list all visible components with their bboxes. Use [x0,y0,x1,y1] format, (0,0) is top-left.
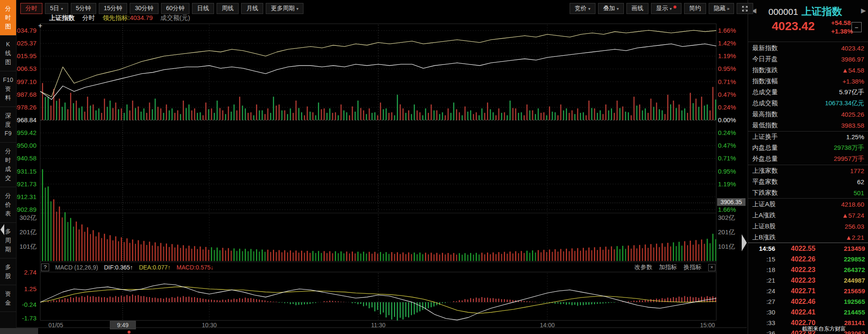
sidebar-item-label: 时 [0,156,16,165]
tick-price: 4022.41 [775,309,831,316]
fullscreen-button[interactable] [737,3,753,14]
button-显示[interactable]: 显示▾ [651,3,682,14]
percent-axis-label: 0.47% [718,142,743,149]
tab-60分钟[interactable]: 60分钟 [161,3,190,14]
stat-label: 指数涨跌 [752,66,778,74]
tab-30分钟[interactable]: 30分钟 [130,3,159,14]
time-axis-label: 11:30 [371,322,386,328]
stat-value: +1.38% [843,78,864,85]
bottom-scrollbar-stub[interactable] [0,328,38,334]
stat-label: 上B涨跌 [752,233,776,241]
tab-15分钟[interactable]: 15分钟 [99,3,128,14]
app-window: 分时图K线图F10资料深度F9分时成交分价表多周期多股资金 分时5日▾5分钟15… [0,0,868,334]
sidebar-item-label: 多 [0,263,16,272]
percent-axis-label: 0.95% [718,65,743,72]
tick-row[interactable]: :244022.71215659 [748,286,868,296]
percent-axis-label: 1.66% [718,206,743,213]
tab-更多周期[interactable]: 更多周期▾ [266,3,303,14]
tab-日线[interactable]: 日线 [192,3,214,14]
sidebar-item-label: 料 [0,93,16,102]
tick-row[interactable]: :274022.46192565 [748,296,868,307]
stat-value: 501 [854,189,864,196]
legend-amount-label: 成交额(元) [160,14,190,22]
sidebar-item-fenshi-chart[interactable]: 分时图 [0,0,16,36]
stat-label: 上证A股 [752,200,776,208]
tick-time: 14:56 [751,245,775,252]
crosshair-cursor-icon: + [38,22,42,30]
tab-周线[interactable]: 周线 [217,3,239,14]
sidebar-item-label: 度 [0,120,16,129]
tick-row[interactable]: :214022.23244987 [748,275,868,286]
stat-value: 29957万手 [834,155,864,163]
volume-axis-label-right: 201亿 [718,228,743,236]
tick-list[interactable]: 14:564022.55213459:154022.26229852:18402… [748,242,868,334]
button-竞价[interactable]: 竞价▾ [570,3,595,14]
chevron-down-icon: ▾ [296,6,298,11]
stat-label: 外盘总量 [752,155,778,163]
volume-axis-label-right: 101亿 [718,243,743,251]
crosshair-time-badge: 9:49 [110,321,136,329]
macd-header: ? MACD (12,26,9) DIF:0.365↑ DEA:0.077↑ M… [41,263,715,272]
tick-price: 4022.71 [775,287,831,295]
tick-row[interactable]: 14:564022.55213459 [748,243,868,254]
sidebar-item-funds[interactable]: 资金 [0,285,16,312]
tick-price: 4022.23 [775,277,831,284]
tick-row[interactable]: :304022.41214455 [748,307,868,317]
sidebar-item-label: 价 [0,200,16,209]
macd-action-加指标[interactable]: 加指标 [659,264,677,271]
volume-axis-label-right: 302亿 [718,214,743,222]
tab-5日[interactable]: 5日▾ [45,3,68,14]
button-叠加[interactable]: 叠加▾ [598,3,624,14]
tick-time: :21 [751,277,775,284]
button-隐藏[interactable]: 隐藏» [709,3,734,14]
macd-title: MACD (12,26,9) [55,264,98,271]
stat-label: 总成交额 [752,99,778,107]
sidebar-item-label: 资 [0,289,16,298]
tick-row[interactable]: :154022.26229852 [748,254,868,264]
stat-value: 1.25% [846,133,864,140]
chevron-down-icon: ▾ [617,6,619,11]
intraday-chart-canvas[interactable] [0,0,868,334]
macd-action-改参数[interactable]: 改参数 [634,264,652,271]
legend-lead-indicator: 领先指标:4034.79 [103,14,153,22]
stat-value: 29738万手 [834,144,864,152]
percent-axis-label: 1.42% [718,39,743,47]
macd-action-换指标[interactable]: 换指标 [684,264,701,271]
collapse-panel-button[interactable]: − [851,22,862,32]
stock-code: 000001 [768,7,798,17]
chevron-down-icon: ▾ [61,6,63,11]
tick-time: :36 [751,330,775,334]
stat-row: 今日开盘3986.97 [748,53,868,65]
sidebar-item-label: 金 [0,298,16,307]
sidebar-item-label: 周 [0,236,16,245]
stat-value: 3986.97 [841,56,864,63]
stat-row: 外盘总量29957万手 [748,154,868,165]
next-stock-arrow-icon[interactable]: ▶ [861,7,866,14]
tab-月线[interactable]: 月线 [241,3,263,14]
stat-label: 下跌家数 [752,189,778,197]
sidebar-item-kline-chart[interactable]: K线图 [0,36,16,71]
button-画线[interactable]: 画线 [626,3,648,14]
tick-row[interactable]: :184022.23264372 [748,264,868,275]
sidebar-item-multi-stock[interactable]: 多股 [0,258,16,285]
close-indicator-icon[interactable]: × [708,264,715,271]
sidebar-item-price-table[interactable]: 分价表 [0,187,16,223]
macd-actions: 改参数加指标换指标× [634,264,715,271]
tab-分时[interactable]: 分时 [20,3,42,14]
stat-label: 最新指数 [752,44,778,52]
percent-axis-label: 1.19% [718,180,743,188]
button-简约[interactable]: 简约 [684,3,706,14]
tick-time: :27 [751,298,775,305]
macd-help-button[interactable]: ? [41,264,49,271]
left-sidebar: 分时图K线图F10资料深度F9分时成交分价表多周期多股资金 [0,0,17,334]
sidebar-item-f10-info[interactable]: F10资料 [0,71,16,107]
stat-row: 上B涨跌▲2.21 [748,232,868,243]
sidebar-item-depth-f9[interactable]: 深度F9 [0,107,16,143]
sidebar-collapse-arrow-icon[interactable] [0,224,4,235]
sidebar-item-fenshi-trades[interactable]: 分时成交 [0,143,16,187]
stat-label: 上证B股 [752,222,776,230]
double-arrow-icon: » [727,6,729,11]
tab-5分钟[interactable]: 5分钟 [71,3,96,14]
stat-label: 指数涨幅 [752,77,778,85]
stock-name: 上证指数 [801,5,842,18]
